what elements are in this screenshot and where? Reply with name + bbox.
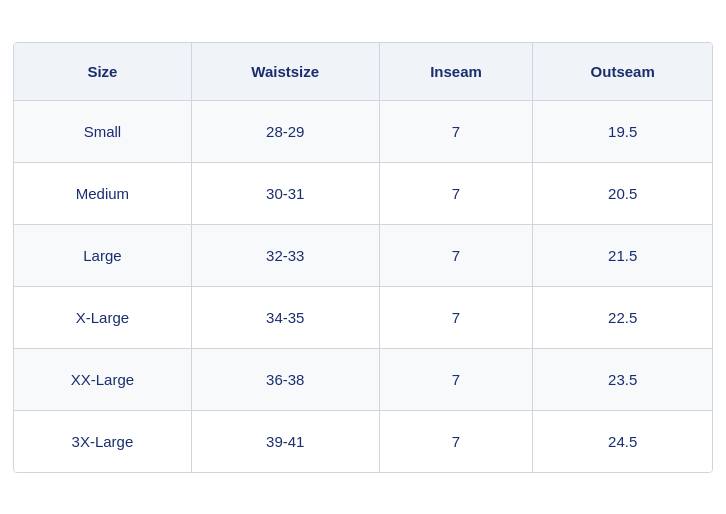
table-header-row: Size Waistsize Inseam Outseam	[14, 43, 712, 101]
col-header-waistsize: Waistsize	[191, 43, 379, 101]
cell-size: XX-Large	[14, 348, 191, 410]
cell-outseam: 22.5	[533, 286, 712, 348]
cell-size: Small	[14, 100, 191, 162]
table-row: Large32-33721.5	[14, 224, 712, 286]
cell-outseam: 20.5	[533, 162, 712, 224]
cell-waistsize: 32-33	[191, 224, 379, 286]
size-chart-table-container: Size Waistsize Inseam Outseam Small28-29…	[13, 42, 713, 473]
cell-outseam: 21.5	[533, 224, 712, 286]
col-header-inseam: Inseam	[379, 43, 533, 101]
cell-waistsize: 39-41	[191, 410, 379, 472]
cell-inseam: 7	[379, 162, 533, 224]
cell-inseam: 7	[379, 224, 533, 286]
cell-size: Large	[14, 224, 191, 286]
cell-waistsize: 36-38	[191, 348, 379, 410]
cell-inseam: 7	[379, 286, 533, 348]
cell-waistsize: 28-29	[191, 100, 379, 162]
cell-size: Medium	[14, 162, 191, 224]
cell-waistsize: 34-35	[191, 286, 379, 348]
size-chart-table: Size Waistsize Inseam Outseam Small28-29…	[14, 43, 712, 472]
table-row: 3X-Large39-41724.5	[14, 410, 712, 472]
cell-outseam: 23.5	[533, 348, 712, 410]
cell-waistsize: 30-31	[191, 162, 379, 224]
table-row: Medium30-31720.5	[14, 162, 712, 224]
cell-inseam: 7	[379, 348, 533, 410]
table-row: X-Large34-35722.5	[14, 286, 712, 348]
col-header-size: Size	[14, 43, 191, 101]
cell-outseam: 19.5	[533, 100, 712, 162]
cell-outseam: 24.5	[533, 410, 712, 472]
table-row: XX-Large36-38723.5	[14, 348, 712, 410]
col-header-outseam: Outseam	[533, 43, 712, 101]
cell-inseam: 7	[379, 410, 533, 472]
cell-inseam: 7	[379, 100, 533, 162]
table-body: Small28-29719.5Medium30-31720.5Large32-3…	[14, 100, 712, 472]
cell-size: 3X-Large	[14, 410, 191, 472]
cell-size: X-Large	[14, 286, 191, 348]
table-row: Small28-29719.5	[14, 100, 712, 162]
